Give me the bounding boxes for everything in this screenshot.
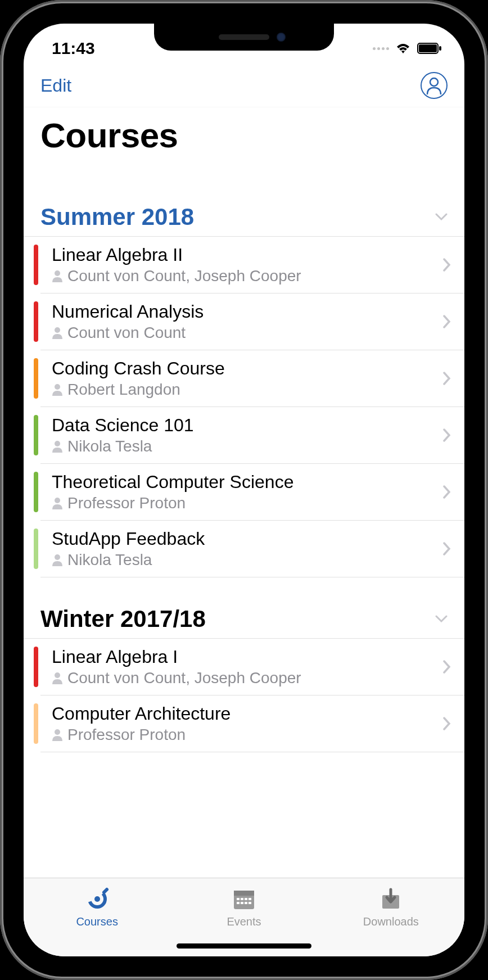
device-bezel: 11:43 Edit Courses Summer 2018: [12, 12, 476, 968]
svg-point-4: [55, 270, 60, 276]
course-title: Linear Algebra II: [52, 245, 443, 265]
chevron-down-icon: [435, 615, 448, 623]
course-content: Data Science 101 Nikola Tesla: [38, 415, 443, 455]
status-time: 11:43: [52, 39, 95, 58]
chevron-right-icon: [443, 315, 451, 328]
cellular-signal-icon: [373, 47, 389, 50]
chevron-right-icon: [443, 660, 451, 674]
chevron-right-icon: [443, 258, 451, 272]
course-instructors: Nikola Tesla: [52, 437, 443, 455]
svg-point-7: [55, 441, 60, 446]
nav-bar: Edit: [24, 63, 464, 107]
courses-icon: [84, 885, 110, 913]
course-list-container[interactable]: Summer 2018 Linear Algebra II Count von …: [24, 155, 464, 902]
svg-point-6: [55, 384, 60, 390]
course-row[interactable]: Numerical Analysis Count von Count: [40, 293, 464, 350]
calendar-icon: [232, 885, 256, 913]
front-camera: [277, 33, 286, 42]
profile-icon: [426, 76, 442, 94]
course-color-indicator: [34, 358, 38, 399]
course-color-indicator: [34, 647, 38, 687]
page-title: Courses: [24, 107, 464, 155]
person-icon: [52, 672, 63, 684]
svg-point-10: [55, 672, 60, 678]
course-color-indicator: [34, 301, 38, 342]
wifi-icon: [395, 42, 412, 55]
person-icon: [52, 497, 63, 509]
svg-rect-23: [248, 902, 251, 904]
course-title: StudApp Feedback: [52, 529, 443, 549]
course-instructors: Count von Count: [52, 324, 443, 342]
course-title: Theoretical Computer Science: [52, 472, 443, 493]
course-color-indicator: [34, 415, 38, 455]
speaker-grille: [219, 34, 269, 40]
screen: 11:43 Edit Courses Summer 2018: [24, 24, 464, 956]
section-title: Summer 2018: [40, 204, 194, 231]
download-icon: [379, 885, 403, 913]
person-icon: [52, 729, 63, 741]
course-title: Data Science 101: [52, 415, 443, 436]
tab-label: Courses: [76, 915, 118, 928]
course-row[interactable]: Linear Algebra II Count von Count, Josep…: [40, 237, 464, 293]
tab-label: Downloads: [363, 915, 419, 928]
device-frame: 11:43 Edit Courses Summer 2018: [0, 0, 488, 980]
course-color-indicator: [34, 703, 38, 744]
svg-point-9: [55, 554, 60, 560]
course-instructors: Professor Proton: [52, 726, 443, 744]
course-row[interactable]: StudApp Feedback Nikola Tesla: [40, 521, 464, 577]
person-icon: [52, 327, 63, 339]
course-title: Linear Algebra I: [52, 647, 443, 667]
section-header-winter-2017-18[interactable]: Winter 2017/18: [24, 606, 464, 639]
svg-rect-1: [419, 44, 437, 52]
svg-point-3: [430, 78, 438, 86]
home-indicator[interactable]: [177, 943, 311, 949]
svg-point-11: [55, 729, 60, 735]
course-title: Coding Crash Course: [52, 358, 443, 379]
edit-button[interactable]: Edit: [40, 75, 71, 96]
svg-rect-17: [241, 898, 243, 900]
svg-point-8: [55, 498, 60, 503]
course-content: Computer Architecture Professor Proton: [38, 703, 443, 744]
tab-label: Events: [227, 915, 261, 928]
svg-rect-22: [245, 902, 247, 904]
course-row[interactable]: Computer Architecture Professor Proton: [40, 696, 464, 752]
course-row[interactable]: Data Science 101 Nikola Tesla: [40, 407, 464, 464]
tab-events[interactable]: Events: [170, 885, 317, 936]
course-instructors: Professor Proton: [52, 494, 443, 512]
person-icon: [52, 440, 63, 453]
profile-button[interactable]: [421, 72, 448, 99]
course-instructors: Count von Count, Joseph Cooper: [52, 267, 443, 285]
course-title: Computer Architecture: [52, 703, 443, 724]
person-icon: [52, 383, 63, 396]
svg-point-13: [94, 896, 100, 902]
svg-rect-21: [241, 902, 243, 904]
person-icon: [52, 554, 63, 566]
course-content: Linear Algebra I Count von Count, Joseph…: [38, 647, 443, 687]
status-icons: [373, 42, 442, 55]
section-title: Winter 2017/18: [40, 606, 206, 633]
battery-icon: [417, 43, 442, 54]
chevron-right-icon: [443, 542, 451, 556]
course-content: StudApp Feedback Nikola Tesla: [38, 529, 443, 569]
tab-downloads[interactable]: Downloads: [318, 885, 464, 936]
svg-rect-16: [237, 898, 240, 900]
section-header-summer-2018[interactable]: Summer 2018: [24, 204, 464, 237]
course-instructors: Robert Langdon: [52, 381, 443, 399]
svg-rect-18: [245, 898, 247, 900]
svg-rect-20: [237, 902, 240, 904]
device-notch: [154, 24, 334, 51]
course-color-indicator: [34, 472, 38, 512]
course-instructors: Nikola Tesla: [52, 551, 443, 569]
course-color-indicator: [34, 529, 38, 569]
tab-courses[interactable]: Courses: [24, 885, 170, 936]
course-row[interactable]: Theoretical Computer Science Professor P…: [40, 464, 464, 521]
course-color-indicator: [34, 245, 38, 285]
course-row[interactable]: Linear Algebra I Count von Count, Joseph…: [40, 639, 464, 696]
person-icon: [52, 270, 63, 282]
course-row[interactable]: Coding Crash Course Robert Langdon: [40, 350, 464, 407]
svg-point-5: [55, 327, 60, 333]
svg-rect-19: [248, 898, 251, 900]
course-content: Coding Crash Course Robert Langdon: [38, 358, 443, 399]
chevron-right-icon: [443, 485, 451, 499]
course-title: Numerical Analysis: [52, 301, 443, 322]
